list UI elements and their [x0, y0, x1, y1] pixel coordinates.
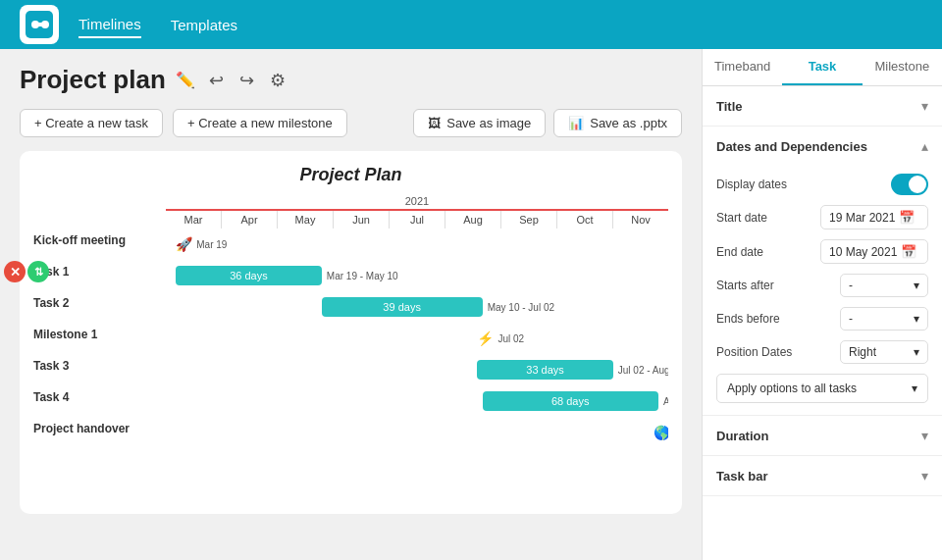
tab-task[interactable]: Task — [782, 49, 862, 85]
start-date-value: 19 Mar 2021 — [829, 211, 895, 225]
bar-task1[interactable]: 36 days — [176, 266, 321, 285]
label-handover: Project handover — [33, 413, 166, 444]
save-pptx-button[interactable]: 📊 Save as .pptx — [553, 109, 682, 137]
page-title: Project plan — [20, 65, 166, 95]
row-task4: 68 days Aug 18 - Nov 20 — [166, 385, 668, 417]
section-title-header[interactable]: Title ▾ — [703, 86, 942, 126]
section-duration-header[interactable]: Duration ▾ — [703, 416, 942, 455]
toggle-knob — [909, 176, 926, 193]
create-milestone-button[interactable]: + Create a new milestone — [173, 109, 347, 137]
section-taskbar-header[interactable]: Task bar ▾ — [703, 456, 942, 495]
delete-button[interactable]: ✕ — [4, 261, 26, 282]
tab-milestone[interactable]: Milestone — [863, 49, 942, 85]
month-mar: Mar — [166, 211, 222, 229]
chart-area: 2021 Mar Apr May Jun Jul Aug Sep Oct Nov — [166, 195, 668, 448]
chevron-down-icon-3: ▾ — [914, 312, 919, 326]
position-dates-value: Right — [849, 345, 876, 359]
end-date-value: 10 May 2021 — [829, 245, 897, 259]
lightning-icon: ⚡ — [477, 331, 494, 346]
redo-button[interactable]: ↪ — [236, 68, 258, 93]
row-task3: 33 days Jul 02 - Aug 18 — [166, 354, 668, 385]
section-dates-header[interactable]: Dates and Dependencies ▴ — [703, 127, 942, 166]
end-date-input[interactable]: 10 May 2021 📅 — [820, 239, 928, 264]
bar-task1-dates: Mar 19 - May 10 — [327, 271, 398, 281]
starts-after-select[interactable]: - ▾ — [840, 274, 928, 297]
section-title-label: Title — [716, 99, 743, 114]
section-dates: Dates and Dependencies ▴ Display dates S… — [703, 127, 942, 416]
nav-templates[interactable]: Templates — [171, 13, 237, 37]
chevron-up-icon: ▴ — [921, 138, 928, 154]
row-handover: 🌎 Nov 20 — [166, 417, 668, 448]
milestone1-date: Jul 02 — [497, 333, 524, 344]
dates-body: Display dates Start date 19 Mar 2021 📅 E… — [703, 166, 942, 415]
title-row: Project plan ✏️ ↩ ↪ ⚙ — [20, 65, 682, 95]
tab-timeband[interactable]: Timeband — [703, 49, 782, 85]
swap-button[interactable]: ⇅ — [27, 261, 49, 282]
toolbar-right: 🖼 Save as image 📊 Save as .pptx — [413, 109, 682, 137]
header: Timelines Templates — [0, 0, 942, 49]
month-jul: Jul — [390, 211, 445, 229]
position-dates-select[interactable]: Right ▾ — [840, 340, 928, 364]
chevron-down-icon: ▾ — [921, 98, 928, 114]
start-date-label: Start date — [716, 211, 767, 225]
position-dates-label: Position Dates — [716, 345, 792, 359]
handover-marker: 🌎 Nov 20 — [654, 422, 668, 443]
label-task3: Task 3 — [33, 350, 166, 382]
start-date-row: Start date 19 Mar 2021 📅 — [716, 205, 928, 229]
title-actions: ↩ ↪ ⚙ — [205, 68, 289, 93]
save-image-button[interactable]: 🖼 Save as image — [413, 109, 546, 137]
ends-before-row: Ends before - ▾ — [716, 307, 928, 331]
chevron-down-icon-5: ▾ — [912, 382, 917, 395]
ends-before-select[interactable]: - ▾ — [840, 307, 928, 331]
section-taskbar-label: Task bar — [716, 469, 768, 484]
pptx-icon: 📊 — [568, 116, 584, 130]
bar-task4[interactable]: 68 days — [483, 391, 658, 411]
display-dates-label: Display dates — [716, 178, 787, 191]
bar-task4-label: 68 days — [551, 395, 590, 407]
bar-task2-label: 39 days — [383, 301, 421, 313]
gantt-title: Project Plan — [33, 165, 668, 185]
month-apr: Apr — [222, 211, 278, 229]
ends-before-label: Ends before — [716, 312, 780, 326]
bar-task2-dates: May 10 - Jul 02 — [488, 302, 554, 313]
globe-icon: 🌎 — [654, 425, 668, 440]
milestone1-marker: ⚡ Jul 02 — [477, 331, 524, 346]
calendar-icon-2: 📅 — [901, 244, 916, 259]
chevron-down-icon-6: ▾ — [921, 428, 928, 443]
month-nov: Nov — [613, 211, 668, 229]
edit-icon[interactable]: ✏️ — [176, 71, 195, 89]
create-task-button[interactable]: + Create a new task — [20, 109, 163, 137]
toolbar: + Create a new task + Create a new miles… — [20, 109, 682, 137]
apply-options-button[interactable]: Apply options to all tasks ▾ — [716, 374, 928, 403]
start-date-input[interactable]: 19 Mar 2021 📅 — [820, 205, 928, 229]
row-milestone1: ⚡ Jul 02 — [166, 323, 668, 354]
bar-task3-label: 33 days — [526, 364, 564, 376]
chevron-down-icon-2: ▾ — [914, 279, 919, 292]
label-task2: Task 2 — [33, 287, 166, 319]
month-jun: Jun — [334, 211, 390, 229]
month-may: May — [278, 211, 334, 229]
section-title: Title ▾ — [703, 86, 942, 127]
settings-button[interactable]: ⚙ — [266, 68, 289, 93]
chevron-down-icon-4: ▾ — [914, 345, 919, 359]
nav-timelines[interactable]: Timelines — [78, 12, 141, 38]
bar-task3[interactable]: 33 days — [477, 360, 612, 380]
month-sep: Sep — [501, 211, 557, 229]
label-milestone1: Milestone 1 — [33, 319, 166, 350]
starts-after-row: Starts after - ▾ — [716, 274, 928, 297]
starts-after-label: Starts after — [716, 279, 774, 292]
ends-before-value: - — [849, 312, 853, 326]
right-panel: Timeband Task Milestone Title ▾ Dates an… — [702, 49, 942, 560]
undo-button[interactable]: ↩ — [205, 68, 228, 93]
label-task4: Task 4 — [33, 382, 166, 413]
logo[interactable] — [20, 5, 59, 44]
bar-task2[interactable]: 39 days — [322, 297, 483, 317]
image-icon: 🖼 — [428, 116, 441, 130]
section-task-bar: Task bar ▾ — [703, 456, 942, 496]
kickoff-date: Mar 19 — [196, 239, 227, 250]
label-task1: ✕ ⇅ Task 1 — [33, 256, 166, 287]
gantt-labels: Kick-off meeting ✕ ⇅ Task 1 Task 2 Miles… — [33, 195, 166, 448]
panel-tabs: Timeband Task Milestone — [703, 49, 942, 86]
display-dates-toggle[interactable] — [891, 174, 928, 195]
left-panel: Project plan ✏️ ↩ ↪ ⚙ + Create a new tas… — [0, 49, 702, 560]
